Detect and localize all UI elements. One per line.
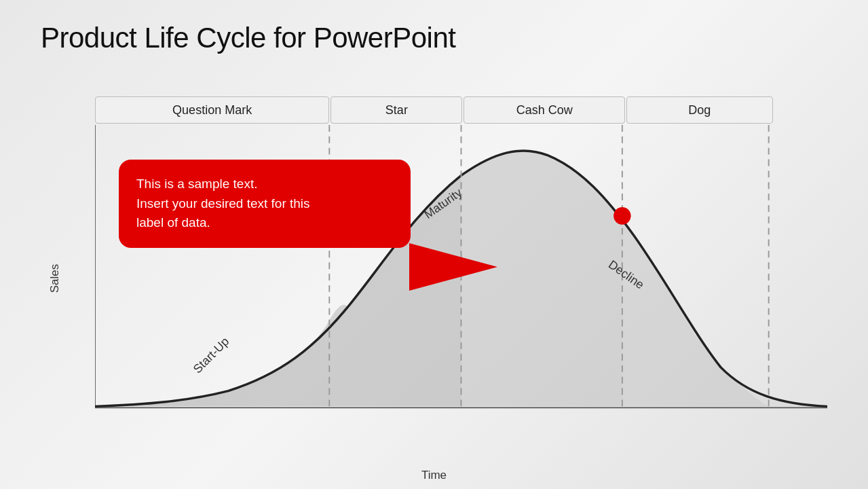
phase-labels-row: Question Mark Star Cash Cow Dog (95, 95, 827, 125)
callout-text: This is a sample text. Insert your desir… (136, 177, 310, 230)
slide-title: Product Life Cycle for PowerPoint (41, 22, 455, 54)
phase-label-cash-cow: Cash Cow (464, 96, 624, 124)
svg-point-13 (614, 207, 631, 225)
phase-label-question-mark: Question Mark (95, 96, 329, 124)
callout-arrow (409, 243, 497, 291)
phase-label-star: Star (331, 96, 462, 124)
y-axis-label: Sales (48, 264, 62, 293)
phase-label-dog: Dog (626, 96, 773, 124)
callout-box: This is a sample text. Insert your desir… (119, 160, 411, 248)
chart-area: Question Mark Star Cash Cow Dog Sales Ti… (41, 95, 827, 462)
svg-text:Start-Up: Start-Up (191, 334, 232, 376)
x-axis-label: Time (421, 469, 447, 482)
